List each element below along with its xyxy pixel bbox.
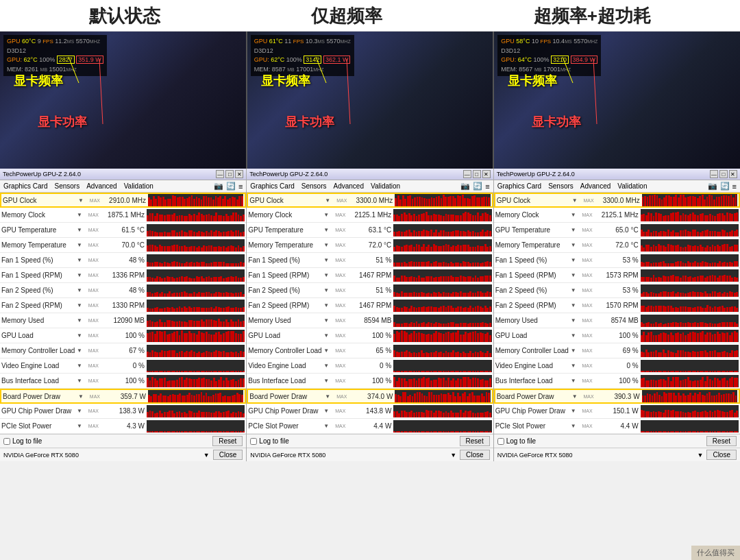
sensor-dropdown[interactable]: ▼ [77, 257, 85, 263]
menu-sensors-2[interactable]: Sensors [301, 182, 327, 190]
sensor-dropdown[interactable]: ▼ [77, 242, 85, 248]
sensor-dropdown[interactable]: ▼ [323, 242, 332, 248]
close-btn-1[interactable]: Close [213, 450, 243, 460]
sensor-dropdown[interactable]: ▼ [571, 408, 579, 414]
sensor-dropdown[interactable]: ▼ [571, 227, 579, 233]
sensor-dropdown[interactable]: ▼ [77, 348, 85, 354]
graph-bar [230, 293, 232, 297]
sensor-dropdown[interactable]: ▼ [77, 227, 85, 233]
reset-btn-1[interactable]: Reset [212, 436, 243, 446]
menu-validation-3[interactable]: Validation [617, 182, 647, 190]
sensor-dropdown[interactable]: ▼ [323, 227, 332, 233]
menu-graphics-3[interactable]: Graphics Card [497, 182, 541, 190]
minimize-btn-3[interactable]: — [710, 170, 718, 178]
minimize-btn-2[interactable]: — [463, 170, 471, 178]
refresh-icon-3[interactable]: 🔄 [720, 182, 730, 191]
graph-bar [722, 371, 724, 372]
sensor-dropdown[interactable]: ▼ [323, 212, 332, 218]
menu-sensors-3[interactable]: Sensors [548, 182, 574, 190]
sensor-dropdown[interactable]: ▼ [323, 272, 332, 278]
sensor-dropdown[interactable]: ▼ [571, 257, 579, 263]
graph-bar [700, 245, 702, 252]
sensor-dropdown[interactable]: ▼ [323, 423, 332, 429]
sensor-dropdown[interactable]: ▼ [571, 332, 579, 339]
sensor-dropdown[interactable]: ▼ [323, 257, 332, 263]
menu-advanced-3[interactable]: Advanced [580, 182, 610, 190]
sensor-dropdown[interactable]: ▼ [323, 363, 332, 369]
close-win-btn-1[interactable]: ✕ [235, 170, 243, 178]
reset-btn-3[interactable]: Reset [706, 436, 737, 446]
minimize-btn-1[interactable]: — [216, 170, 224, 178]
graph-bar [401, 431, 403, 433]
menu-validation-2[interactable]: Validation [371, 182, 400, 190]
menu-advanced-1[interactable]: Advanced [86, 182, 116, 190]
sensor-dropdown[interactable]: ▼ [77, 332, 85, 339]
sensor-dropdown[interactable]: ▼ [77, 363, 85, 369]
sensor-dropdown[interactable]: ▼ [571, 317, 579, 324]
sensor-dropdown[interactable]: ▼ [571, 302, 579, 308]
close-win-btn-2[interactable]: ✕ [482, 170, 491, 178]
graph-bar [477, 431, 479, 433]
graph-bar [440, 371, 442, 372]
menu-graphics-2[interactable]: Graphics Card [250, 182, 294, 190]
sensor-dropdown[interactable]: ▼ [78, 197, 86, 204]
sensor-dropdown[interactable]: ▼ [572, 197, 580, 204]
sensor-graph [148, 194, 243, 206]
sensor-dropdown[interactable]: ▼ [571, 212, 579, 218]
sensor-dropdown[interactable]: ▼ [571, 378, 579, 384]
menu-sensors-1[interactable]: Sensors [54, 182, 79, 190]
dropdown-icon-1[interactable]: ▼ [204, 452, 210, 459]
camera-icon-1[interactable]: 📷 [214, 182, 223, 191]
refresh-icon-2[interactable]: 🔄 [473, 182, 482, 191]
close-win-btn-3[interactable]: ✕ [729, 170, 737, 178]
log-checkbox-2[interactable] [250, 438, 257, 445]
sensor-dropdown[interactable]: ▼ [77, 287, 85, 293]
dropdown-icon-2[interactable]: ▼ [450, 452, 456, 459]
sensor-dropdown[interactable]: ▼ [325, 197, 333, 204]
close-btn-2[interactable]: Close [460, 450, 490, 460]
sensor-dropdown[interactable]: ▼ [77, 212, 85, 218]
sensor-dropdown[interactable]: ▼ [323, 317, 332, 324]
sensor-dropdown[interactable]: ▼ [77, 272, 85, 278]
sensor-dropdown[interactable]: ▼ [323, 332, 332, 339]
refresh-icon-1[interactable]: 🔄 [226, 182, 236, 191]
menu-icon-3[interactable]: ≡ [732, 182, 737, 191]
log-checkbox-3[interactable] [497, 438, 504, 445]
menu-validation-1[interactable]: Validation [124, 182, 153, 190]
sensor-dropdown[interactable]: ▼ [571, 363, 579, 369]
sensor-dropdown[interactable]: ▼ [323, 378, 332, 384]
sensor-dropdown[interactable]: ▼ [77, 378, 85, 384]
restore-btn-1[interactable]: □ [225, 170, 234, 178]
sensor-dropdown[interactable]: ▼ [572, 393, 580, 400]
sensor-dropdown[interactable]: ▼ [77, 302, 85, 308]
dropdown-icon-3[interactable]: ▼ [697, 452, 703, 459]
camera-icon-2[interactable]: 📷 [460, 182, 470, 191]
sensor-dropdown[interactable]: ▼ [571, 287, 579, 293]
sensor-dropdown[interactable]: ▼ [77, 423, 85, 429]
sensor-dropdown[interactable]: ▼ [77, 317, 85, 324]
sensor-dropdown[interactable]: ▼ [571, 423, 579, 429]
close-btn-3[interactable]: Close [706, 450, 737, 460]
sensor-dropdown[interactable]: ▼ [323, 287, 332, 293]
menu-icon-2[interactable]: ≡ [485, 182, 489, 191]
restore-btn-3[interactable]: □ [719, 170, 728, 178]
menu-advanced-2[interactable]: Advanced [333, 182, 363, 190]
camera-icon-3[interactable]: 📷 [708, 182, 717, 191]
sensor-value: 61.5 °C [99, 226, 147, 234]
sensor-dropdown[interactable]: ▼ [323, 302, 332, 308]
graph-bar [147, 412, 149, 417]
sensor-dropdown[interactable]: ▼ [323, 408, 332, 414]
sensor-dropdown[interactable]: ▼ [571, 348, 579, 354]
graph-bar [447, 431, 449, 433]
log-checkbox-1[interactable] [3, 438, 10, 445]
sensor-dropdown[interactable]: ▼ [78, 393, 86, 400]
sensor-dropdown[interactable]: ▼ [571, 242, 579, 248]
menu-graphics-1[interactable]: Graphics Card [3, 182, 47, 190]
restore-btn-2[interactable]: □ [473, 170, 481, 178]
sensor-dropdown[interactable]: ▼ [323, 348, 332, 354]
sensor-dropdown[interactable]: ▼ [325, 393, 333, 400]
sensor-dropdown[interactable]: ▼ [77, 408, 85, 414]
sensor-dropdown[interactable]: ▼ [571, 272, 579, 278]
menu-icon-1[interactable]: ≡ [238, 182, 243, 191]
reset-btn-2[interactable]: Reset [460, 436, 490, 446]
